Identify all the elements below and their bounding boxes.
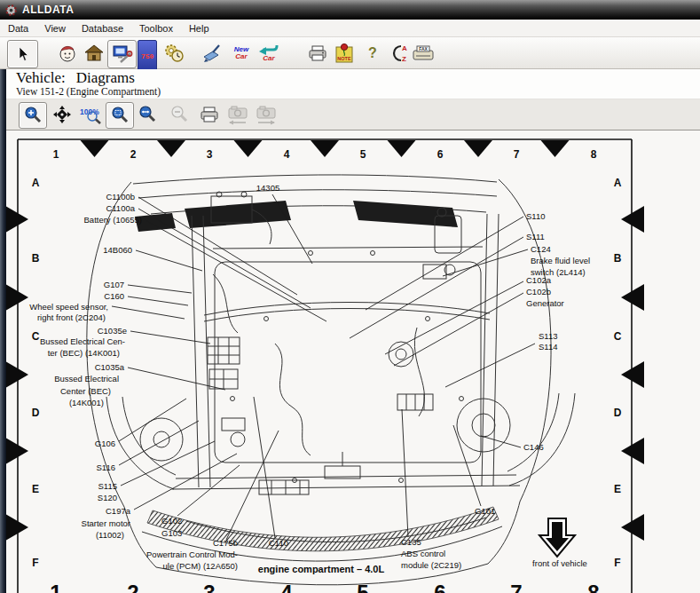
fax-button[interactable]: FAX	[409, 40, 437, 67]
svg-text:right front (2C204): right front (2C204)	[37, 312, 106, 322]
label-g103: G103	[161, 528, 182, 538]
zoom-out-button-disabled[interactable]	[166, 102, 193, 127]
note-button[interactable]: NOTE	[332, 40, 357, 67]
page-title: Vehicle:Diagrams	[16, 69, 135, 87]
label-14b060: 14B060	[103, 245, 132, 255]
pan-button[interactable]	[49, 102, 75, 127]
label-g101: G101	[475, 506, 495, 516]
previous-car-button[interactable]: Car	[256, 40, 282, 67]
alldata-gear-icon	[4, 4, 18, 17]
label-s116: S116	[97, 463, 115, 472]
svg-text:B: B	[614, 252, 622, 265]
svg-text:A: A	[32, 177, 40, 189]
svg-text:8: 8	[591, 148, 597, 161]
svg-text:C: C	[614, 330, 622, 343]
print-button[interactable]	[305, 40, 330, 67]
svg-text:Wheel speed sensor,: Wheel speed sensor,	[29, 302, 108, 312]
zoom-100-button[interactable]: 100%	[77, 102, 106, 127]
engine-compartment-diagram: 1 2 3 4 5 6 7 8 A B C D E F A B C D E F …	[6, 130, 700, 593]
svg-text:2: 2	[127, 581, 138, 593]
svg-text:E: E	[32, 483, 39, 495]
label-g107: G107	[104, 280, 124, 289]
menu-database[interactable]: Database	[74, 21, 131, 36]
home-button[interactable]	[82, 40, 106, 67]
pan-icon	[52, 105, 72, 124]
camera-next-icon	[255, 104, 278, 125]
sort-az-button[interactable]: A Z	[383, 40, 410, 67]
settings-clock-button[interactable]	[161, 40, 187, 67]
svg-text:4: 4	[284, 148, 290, 161]
paint-tool-button[interactable]	[199, 40, 225, 67]
odometer-value: 750	[141, 53, 153, 60]
svg-text:Powertrain Control Mod-: Powertrain Control Mod-	[146, 550, 238, 559]
fax-icon: FAX	[411, 43, 436, 63]
svg-text:ter (BEC) (14K001): ter (BEC) (14K001)	[48, 348, 120, 358]
svg-text:Starter motor: Starter motor	[82, 518, 130, 528]
zoom-toolbar: 100%	[6, 99, 700, 130]
previous-view-button-disabled[interactable]	[224, 102, 251, 127]
svg-text:Center (BEC): Center (BEC)	[60, 386, 111, 396]
zoom-region-button[interactable]	[106, 102, 134, 129]
printer-icon	[308, 44, 327, 62]
menu-toolbox[interactable]: Toolbox	[131, 21, 181, 36]
svg-text:B: B	[32, 252, 40, 265]
menu-help[interactable]: Help	[181, 21, 217, 36]
pointer-button[interactable]	[7, 40, 38, 68]
title-bar[interactable]: ALLDATA	[0, 0, 700, 20]
new-car-button[interactable]: New Car	[229, 40, 254, 67]
svg-text:F: F	[614, 557, 620, 569]
label-c1035a: C1035a	[95, 362, 125, 372]
label-s110: S110	[526, 211, 545, 221]
zoom-width-button[interactable]	[134, 102, 161, 127]
zoom-in-button[interactable]	[19, 102, 47, 129]
print-diagram-button[interactable]	[196, 102, 223, 127]
label-c1100b: C1100b	[106, 192, 135, 202]
label-c1035e: C1035e	[98, 326, 127, 336]
pointer-icon	[16, 46, 30, 62]
vehicle-label: Vehicle:	[16, 69, 66, 86]
svg-text:A: A	[614, 177, 622, 189]
diagram-viewport[interactable]: 1 2 3 4 5 6 7 8 A B C D E F A B C D E F …	[6, 130, 700, 593]
label-14305: 14305	[256, 183, 279, 193]
diagram-viewer-button[interactable]	[107, 40, 137, 68]
next-view-button-disabled[interactable]	[253, 102, 279, 127]
svg-text:C: C	[32, 330, 40, 343]
assistant-icon	[57, 43, 78, 64]
label-c1100a: C1100a	[106, 203, 135, 213]
label-g102: G102	[161, 516, 182, 526]
camera-previous-icon	[226, 104, 249, 125]
svg-text:(11002): (11002)	[96, 530, 124, 540]
svg-text:1: 1	[50, 581, 61, 593]
menu-view[interactable]: View	[36, 21, 74, 36]
svg-text:5: 5	[357, 581, 368, 593]
svg-text:ule (PCM) (12A650): ule (PCM) (12A650)	[163, 561, 238, 571]
zoom-width-icon	[138, 105, 157, 124]
front-of-vehicle-marker: front of vehicle	[532, 518, 587, 568]
zoom-out-icon	[169, 105, 189, 124]
svg-text:3: 3	[207, 148, 213, 161]
zoom-region-icon	[110, 106, 130, 125]
zoom-100-icon: 100%	[79, 105, 104, 124]
fax-text: FAX	[419, 46, 428, 51]
label-c197a: C197a	[106, 506, 131, 516]
front-of-vehicle-label: front of vehicle	[532, 558, 587, 568]
label-s115: S115	[98, 481, 117, 491]
menu-data[interactable]: Data	[0, 21, 36, 36]
label-g106: G106	[95, 439, 115, 448]
svg-text:E: E	[614, 483, 621, 495]
menu-bar: Data View Database Toolbox Help	[0, 20, 700, 37]
label-s113: S113	[539, 331, 557, 341]
svg-text:Generator: Generator	[526, 298, 564, 308]
help-button[interactable]: ?	[366, 40, 380, 67]
assistant-button[interactable]	[55, 40, 80, 67]
label-s114: S114	[539, 342, 557, 352]
label-battery: Battery (10655)	[84, 215, 142, 225]
view-subtitle: View 151-2 (Engine Compartment)	[16, 86, 161, 97]
svg-text:5: 5	[360, 148, 366, 161]
label-c102a: C102a	[526, 275, 552, 285]
settings-clock-icon	[162, 42, 185, 65]
zoom-in-icon	[23, 106, 43, 125]
label-c160: C160	[104, 291, 124, 301]
paint-tool-icon	[201, 43, 224, 64]
sort-az-icon: A Z	[385, 43, 408, 64]
